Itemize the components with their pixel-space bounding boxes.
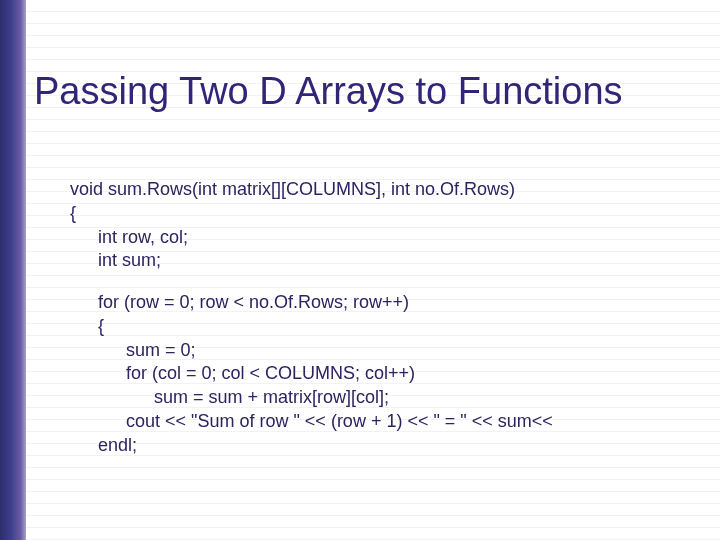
code-line: cout << "Sum of row " << (row + 1) << " … xyxy=(70,410,700,434)
slide-title: Passing Two D Arrays to Functions xyxy=(34,70,714,113)
code-line: for (row = 0; row < no.Of.Rows; row++) xyxy=(70,291,700,315)
code-line: int row, col; xyxy=(70,226,700,250)
slide: Passing Two D Arrays to Functions void s… xyxy=(0,0,720,540)
code-line: { xyxy=(70,315,700,339)
code-line: void sum.Rows(int matrix[][COLUMNS], int… xyxy=(70,178,700,202)
code-block: void sum.Rows(int matrix[][COLUMNS], int… xyxy=(70,178,700,457)
code-line: int sum; xyxy=(70,249,700,273)
code-line: for (col = 0; col < COLUMNS; col++) xyxy=(70,362,700,386)
code-line: sum = sum + matrix[row][col]; xyxy=(70,386,700,410)
code-line: sum = 0; xyxy=(70,339,700,363)
code-line: endl; xyxy=(70,434,700,458)
code-line: { xyxy=(70,202,700,226)
left-stripe xyxy=(0,0,26,540)
blank-line xyxy=(70,273,700,291)
